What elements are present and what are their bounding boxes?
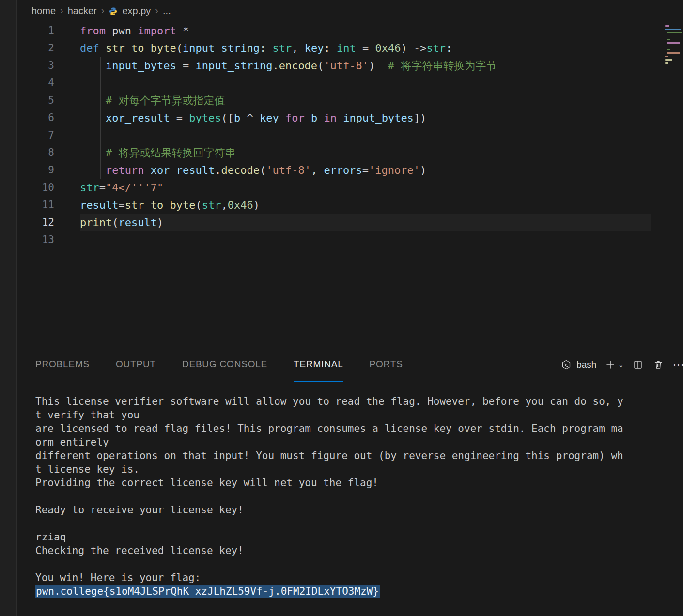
terminal-line: Ready to receive your license key!	[35, 503, 683, 517]
code-text: # 对每个字节异或指定值	[80, 92, 651, 109]
line-number[interactable]: 1	[17, 22, 54, 39]
panel-tab-problems[interactable]: PROBLEMS	[35, 347, 90, 382]
gutter-spacer	[54, 231, 80, 248]
code-text: str="4</'''7"	[80, 179, 651, 196]
minimap-line	[667, 49, 670, 50]
gutter-spacer	[54, 196, 80, 214]
gutter-spacer	[54, 161, 80, 179]
breadcrumb-hacker[interactable]: hacker	[68, 5, 97, 16]
terminal-line: Checking the received license key!	[35, 544, 683, 557]
terminal-line	[35, 517, 683, 530]
terminal-output[interactable]: This license verifier software will allo…	[17, 382, 683, 598]
code-text	[80, 231, 651, 248]
code-text: input_bytes = input_string.encode('utf-8…	[80, 57, 651, 74]
line-number[interactable]: 8	[17, 144, 54, 161]
code-line-7[interactable]: 7	[17, 126, 683, 144]
terminal-line: orm entirely	[35, 435, 683, 449]
breadcrumb-file[interactable]: exp.py	[122, 5, 151, 16]
window-left-gutter	[0, 0, 17, 616]
gutter-spacer	[54, 126, 80, 144]
gutter-spacer	[54, 109, 80, 126]
kill-terminal-trash-icon[interactable]	[652, 358, 665, 371]
shell-label: bash	[576, 359, 596, 370]
breadcrumb: home › hacker › exp.py › ...	[17, 0, 683, 22]
code-text	[80, 126, 651, 144]
code-text: from pwn import *	[80, 22, 651, 39]
terminal-line: different operations on that input! You …	[35, 449, 683, 462]
code-text	[80, 74, 651, 92]
terminal-line: Providing the correct license key will n…	[35, 476, 683, 490]
terminal-line-flag: pwn.college{s1oM4JLSPrQhK_xzJLhZL59Vf-j.…	[35, 585, 683, 598]
minimap-line	[665, 59, 672, 61]
terminal-line: rziaq	[35, 530, 683, 544]
code-line-11[interactable]: 11result=str_to_byte(str,0x46)	[17, 196, 683, 214]
split-terminal-icon[interactable]	[632, 358, 644, 371]
code-lines: 1from pwn import *2def str_to_byte(input…	[17, 22, 683, 248]
code-line-1[interactable]: 1from pwn import *	[17, 22, 683, 39]
minimap-line	[665, 29, 681, 30]
minimap-line	[667, 32, 682, 33]
code-line-9[interactable]: 9 return xor_result.decode('utf-8', erro…	[17, 161, 683, 179]
gutter-spacer	[54, 144, 80, 161]
terminal-line	[35, 557, 683, 571]
new-terminal-icon[interactable]	[604, 358, 617, 371]
code-text: xor_result = bytes([b ^ key for b in inp…	[80, 109, 651, 126]
line-number[interactable]: 7	[17, 126, 54, 144]
code-line-4[interactable]: 4	[17, 74, 683, 92]
breadcrumb-more[interactable]: ...	[163, 5, 171, 16]
code-editor[interactable]: 1from pwn import *2def str_to_byte(input…	[17, 22, 683, 347]
chevron-right-icon: ›	[155, 5, 158, 16]
panel-tab-output[interactable]: OUTPUT	[116, 347, 156, 382]
code-line-12[interactable]: 12print(result)	[17, 214, 683, 231]
python-icon	[109, 7, 118, 16]
panel-tab-debug-console[interactable]: DEBUG CONSOLE	[182, 347, 267, 382]
launch-profile-chevron-icon[interactable]: ⌄	[618, 360, 624, 369]
terminal-line: This license verifier software will allo…	[35, 395, 683, 408]
code-text: def str_to_byte(input_string: str, key: …	[80, 39, 651, 57]
line-number[interactable]: 10	[17, 179, 54, 196]
code-line-3[interactable]: 3 input_bytes = input_string.encode('utf…	[17, 57, 683, 74]
shell-selector[interactable]: bash	[560, 358, 596, 371]
vscode-window: home › hacker › exp.py › ... 1from pwn i…	[0, 0, 683, 616]
gutter-spacer	[54, 179, 80, 196]
line-number[interactable]: 9	[17, 161, 54, 179]
editor-group: home › hacker › exp.py › ... 1from pwn i…	[17, 0, 683, 616]
line-number[interactable]: 5	[17, 92, 54, 109]
panel-tab-ports[interactable]: PORTS	[370, 347, 403, 382]
panel-tabs: PROBLEMSOUTPUTDEBUG CONSOLETERMINALPORTS	[35, 347, 429, 382]
line-number[interactable]: 6	[17, 109, 54, 126]
more-actions-icon[interactable]: ⋯	[672, 358, 683, 371]
gutter-spacer	[54, 22, 80, 39]
panel-header: PROBLEMSOUTPUTDEBUG CONSOLETERMINALPORTS…	[17, 347, 683, 382]
code-line-13[interactable]: 13	[17, 231, 683, 248]
code-line-8[interactable]: 8 # 将异或结果转换回字符串	[17, 144, 683, 161]
minimap-line	[665, 56, 668, 57]
line-number[interactable]: 4	[17, 74, 54, 92]
gutter-spacer	[54, 92, 80, 109]
gutter-spacer	[54, 57, 80, 74]
minimap-line	[667, 39, 670, 40]
code-text: result=str_to_byte(str,0x46)	[80, 196, 651, 214]
indent-guide	[100, 57, 101, 179]
line-number[interactable]: 12	[17, 214, 54, 231]
gutter-spacer	[54, 214, 80, 231]
selected-text: pwn.college{s1oM4JLSPrQhK_xzJLhZL59Vf-j.…	[35, 585, 380, 598]
gutter-spacer	[54, 74, 80, 92]
terminal-line	[35, 490, 683, 503]
code-line-5[interactable]: 5 # 对每个字节异或指定值	[17, 92, 683, 109]
code-line-6[interactable]: 6 xor_result = bytes([b ^ key for b in i…	[17, 109, 683, 126]
chevron-right-icon: ›	[101, 5, 105, 16]
breadcrumb-home[interactable]: home	[31, 5, 56, 16]
minimap-line	[667, 42, 681, 44]
code-line-2[interactable]: 2def str_to_byte(input_string: str, key:…	[17, 39, 683, 57]
minimap-line	[667, 52, 681, 54]
terminal-line: t license key is.	[35, 462, 683, 476]
minimap[interactable]	[665, 23, 682, 67]
line-number[interactable]: 3	[17, 57, 54, 74]
line-number[interactable]: 11	[17, 196, 54, 214]
code-text: print(result)	[80, 214, 651, 231]
panel-tab-terminal[interactable]: TERMINAL	[294, 347, 343, 382]
code-line-10[interactable]: 10str="4</'''7"	[17, 179, 683, 196]
line-number[interactable]: 2	[17, 39, 54, 57]
line-number[interactable]: 13	[17, 231, 54, 248]
